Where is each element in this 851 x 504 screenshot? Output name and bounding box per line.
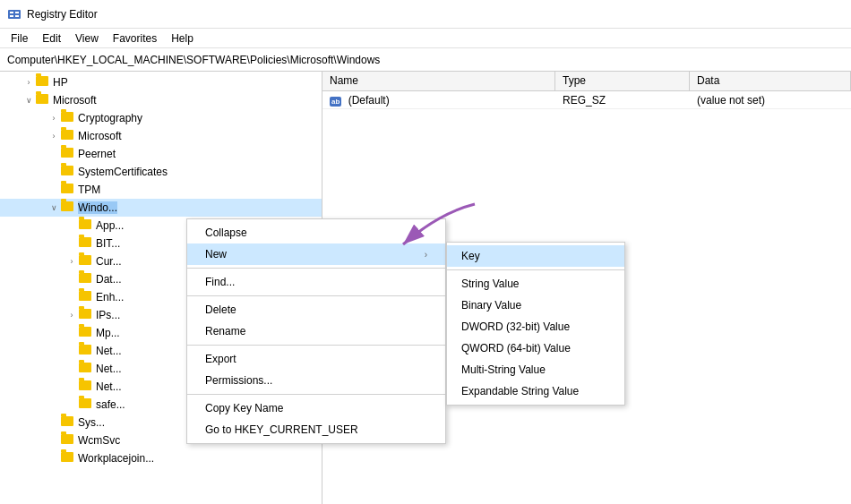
ctx-separator-1	[187, 268, 445, 269]
tree-label: Microsoft	[78, 130, 122, 142]
ctx-label: Delete	[205, 303, 236, 316]
address-path: Computer\HKEY_LOCAL_MACHINE\SOFTWARE\Pol…	[7, 54, 380, 66]
tree-label: Microsoft	[53, 94, 97, 107]
ctx-find[interactable]: Find...	[187, 271, 445, 293]
ctx-permissions[interactable]: Permissions...	[187, 370, 445, 391]
svg-rect-2	[15, 12, 19, 13]
svg-rect-3	[10, 15, 13, 17]
submenu-key[interactable]: Key	[447, 245, 624, 267]
ctx-gotohkcu[interactable]: Go to HKEY_CURRENT_USER	[187, 419, 445, 440]
ctx-separator-2	[187, 295, 445, 296]
folder-icon	[61, 130, 75, 142]
svg-rect-0	[8, 10, 21, 19]
menu-view[interactable]: View	[68, 30, 106, 47]
col-type-header: Type	[555, 72, 690, 90]
tree-item-systemcerts[interactable]: SystemCertificates	[0, 163, 322, 181]
address-bar: Computer\HKEY_LOCAL_MACHINE\SOFTWARE\Pol…	[0, 48, 851, 72]
ctx-collapse[interactable]: Collapse	[187, 222, 445, 243]
ctx-delete[interactable]: Delete	[187, 299, 445, 320]
submenu-label: QWORD (64-bit) Value	[461, 342, 571, 355]
svg-rect-4	[15, 15, 19, 17]
folder-icon	[61, 434, 75, 447]
folder-icon	[79, 291, 93, 303]
ctx-separator-3	[187, 345, 445, 346]
submenu-label: DWORD (32-bit) Value	[461, 320, 570, 333]
ctx-copykeyname[interactable]: Copy Key Name	[187, 397, 445, 419]
title-bar: Registry Editor	[0, 0, 851, 29]
tree-label: Enh...	[96, 291, 124, 303]
folder-icon	[79, 380, 93, 393]
folder-icon	[79, 273, 93, 286]
list-header: Name Type Data	[322, 72, 851, 91]
ctx-separator-4	[187, 394, 445, 395]
folder-icon	[36, 94, 50, 107]
submenu-expandable[interactable]: Expandable String Value	[447, 380, 624, 402]
ctx-label: Permissions...	[205, 374, 272, 387]
col-name-header: Name	[322, 72, 555, 90]
tree-label: BIT...	[96, 237, 120, 250]
ctx-export[interactable]: Export	[187, 348, 445, 370]
ctx-label: New	[205, 248, 227, 261]
svg-rect-1	[10, 12, 13, 13]
folder-icon	[79, 398, 93, 411]
ctx-label: Go to HKEY_CURRENT_USER	[205, 423, 358, 436]
submenu-sep-1	[447, 269, 624, 270]
tree-item-windows[interactable]: ∨ Windo...	[0, 199, 322, 217]
submenu-dword[interactable]: DWORD (32-bit) Value	[447, 316, 624, 337]
folder-icon	[79, 363, 93, 375]
chevron-icon: ∨	[47, 203, 61, 212]
ctx-rename[interactable]: Rename	[187, 320, 445, 342]
registry-row-default[interactable]: ab (Default) REG_SZ (value not set)	[322, 91, 851, 109]
tree-label: Windo...	[78, 201, 117, 214]
submenu-label: String Value	[461, 278, 519, 290]
folder-icon	[79, 255, 93, 268]
submenu-qword[interactable]: QWORD (64-bit) Value	[447, 337, 624, 359]
ctx-label: Rename	[205, 325, 245, 337]
ctx-label: Export	[205, 353, 236, 365]
submenu-stringval[interactable]: String Value	[447, 273, 624, 295]
submenu-arrow-icon: ›	[425, 250, 427, 260]
tree-label: Workplacejoin...	[78, 452, 154, 465]
chevron-icon: ›	[47, 132, 61, 141]
row-name-label: (Default)	[348, 94, 390, 107]
ctx-new[interactable]: New ›	[187, 243, 445, 265]
tree-item-workplace[interactable]: Workplacejoin...	[0, 449, 322, 467]
tree-label: WcmSvc	[78, 434, 120, 447]
tree-label: Sys...	[78, 416, 105, 429]
menu-bar: File Edit View Favorites Help	[0, 29, 851, 48]
menu-edit[interactable]: Edit	[35, 30, 68, 47]
cell-name: ab (Default)	[322, 92, 555, 108]
ctx-label: Find...	[205, 276, 235, 288]
cell-data: (value not set)	[690, 92, 851, 108]
folder-icon	[79, 219, 93, 232]
menu-favorites[interactable]: Favorites	[106, 30, 164, 47]
tree-label: safe...	[96, 398, 125, 411]
chevron-icon: ∨	[21, 96, 36, 105]
chevron-icon: ›	[64, 311, 79, 320]
col-data-header: Data	[690, 72, 851, 90]
submenu-label: Binary Value	[461, 299, 521, 312]
tree-label: IPs...	[96, 309, 120, 321]
submenu: Key String Value Binary Value DWORD (32-…	[446, 242, 625, 406]
folder-icon	[61, 112, 75, 124]
tree-label: Net...	[96, 345, 122, 357]
tree-item-tpm[interactable]: TPM	[0, 181, 322, 199]
context-menu: Collapse New › Find... Delete Rename Exp…	[186, 218, 446, 444]
submenu-label: Key	[461, 250, 480, 262]
tree-label: SystemCertificates	[78, 166, 168, 178]
tree-item-microsoft[interactable]: ∨ Microsoft	[0, 91, 322, 109]
tree-item-peernet[interactable]: Peernet	[0, 145, 322, 163]
folder-icon	[61, 184, 75, 196]
submenu-multistring[interactable]: Multi-String Value	[447, 359, 624, 380]
tree-item-hp[interactable]: › HP	[0, 73, 322, 91]
tree-label: App...	[96, 219, 124, 232]
menu-file[interactable]: File	[4, 30, 35, 47]
tree-item-cryptography[interactable]: › Cryptography	[0, 109, 322, 127]
tree-label: Net...	[96, 380, 122, 393]
submenu-binaryval[interactable]: Binary Value	[447, 295, 624, 316]
window-title: Registry Editor	[27, 8, 98, 21]
ctx-label: Collapse	[205, 226, 247, 239]
menu-help[interactable]: Help	[164, 30, 201, 47]
tree-item-microsoft2[interactable]: › Microsoft	[0, 127, 322, 145]
folder-icon	[36, 76, 50, 89]
